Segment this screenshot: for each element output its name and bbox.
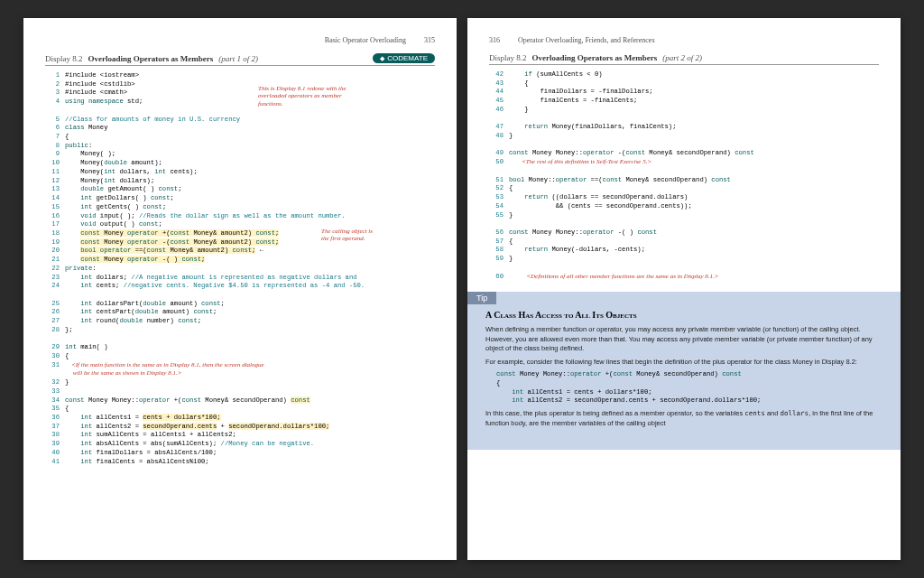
- code-listing-right: 42 if (sumAllCents < 0) 43 { 44 finalDol…: [489, 70, 879, 281]
- running-header-left: Basic Operator Overloading 315: [45, 36, 435, 44]
- codemate-badge: CODEMATE: [373, 53, 435, 63]
- annotation-redone: This is Display 8.1 redone with the over…: [258, 85, 346, 107]
- display-title: Overloading Operators as Members: [88, 54, 214, 63]
- code-listing-left: 1#include <iostream> 2#include <cstdlib>…: [45, 71, 435, 466]
- tip-paragraph: For example, consider the following few …: [485, 358, 882, 368]
- display-number: Display 8.2: [45, 54, 83, 63]
- display-title: Overloading Operators as Members: [532, 53, 658, 62]
- tip-paragraph: When defining a member function or opera…: [485, 325, 882, 354]
- page-left: Basic Operator Overloading 315 Display 8…: [23, 18, 457, 560]
- display-title-bar: Display 8.2 Overloading Operators as Mem…: [489, 53, 879, 65]
- display-part: (part 2 of 2): [662, 53, 702, 62]
- tip-code: const Money Money::operator +(const Mone…: [496, 370, 882, 406]
- running-header-right: 316 Operator Overloading, Friends, and R…: [489, 36, 879, 44]
- display-part: (part 1 of 2): [218, 54, 258, 63]
- display-number: Display 8.2: [489, 53, 527, 62]
- display-title-bar: Display 8.2 Overloading Operators as Mem…: [45, 53, 435, 66]
- page-right: 316 Operator Overloading, Friends, and R…: [467, 18, 901, 560]
- header-section: Operator Overloading, Friends, and Refer…: [518, 36, 655, 44]
- tip-title: A Class Has Access to All Its Objects: [485, 306, 882, 320]
- header-page-number: 315: [424, 36, 435, 44]
- page-spread: Basic Operator Overloading 315 Display 8…: [23, 18, 901, 560]
- annotation-calling-object: The calling object is the first operand.: [321, 228, 373, 243]
- tip-paragraph: In this case, the plus operator is being…: [485, 409, 882, 428]
- header-page-number: 316: [489, 36, 500, 44]
- tip-tab: Tip: [467, 292, 496, 304]
- header-section: Basic Operator Overloading: [325, 36, 406, 44]
- tip-box: Tip A Class Has Access to All Its Object…: [467, 292, 901, 450]
